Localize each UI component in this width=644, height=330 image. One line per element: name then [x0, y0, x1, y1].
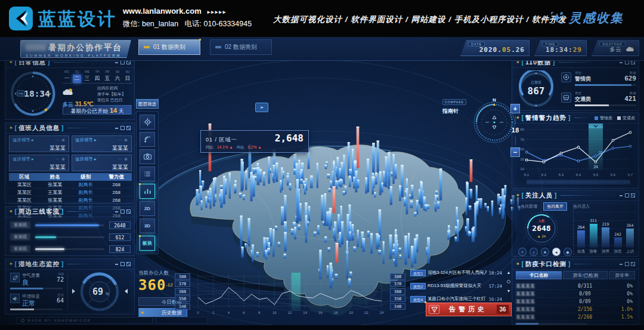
date-month: 05: [502, 46, 511, 54]
tab-data-category-1[interactable]: 01 数据类别: [138, 39, 200, 55]
signal-layer-icon[interactable]: [140, 132, 155, 147]
alert-tag: 类型1: [410, 270, 426, 276]
window-icon[interactable]: [625, 262, 629, 266]
svg-text:22: 22: [364, 311, 369, 314]
alert-item[interactable]: 类型2RD13-53烟感报警疑似火灾17:24: [410, 282, 502, 290]
table-row: 某某区王某某副局长268: [9, 189, 132, 196]
compass-label-cn: 指南针: [442, 107, 466, 115]
legend-item: 警情类: [595, 115, 612, 121]
window-icon[interactable]: [120, 60, 125, 64]
expand-icon[interactable]: [126, 60, 131, 64]
star-icon[interactable]: ★: [541, 248, 549, 256]
expand-icon[interactable]: [631, 262, 635, 266]
scrollbar-track[interactable]: [516, 323, 587, 325]
window-icon[interactable]: [625, 193, 629, 198]
header-dots: · · · · ·: [596, 194, 617, 198]
minimize-icon[interactable]: [114, 262, 119, 266]
music-icon[interactable]: ♪: [530, 248, 538, 256]
window-icon[interactable]: [120, 209, 125, 214]
tab-data-category-2[interactable]: 02 数据类别: [210, 39, 272, 55]
focus-circle-label: 人数: [538, 219, 546, 223]
focus-tab-1[interactable]: 当日新增: [517, 202, 541, 211]
expand-icon[interactable]: [126, 209, 131, 214]
card-more-icon[interactable]: ⋯ ⊗: [55, 157, 66, 162]
minimize-icon[interactable]: [619, 262, 623, 266]
noise-value: 正常: [22, 299, 35, 308]
tooltip-title: 01 / 区域一: [206, 136, 237, 144]
expand-icon[interactable]: [126, 262, 131, 266]
map-marker-icon[interactable]: ➣: [255, 103, 268, 112]
card-more-icon[interactable]: ⋯ ⊗: [117, 157, 128, 162]
flow-bar-track: [35, 224, 104, 226]
location-layer-icon[interactable]: [140, 115, 155, 129]
alert-history-banner[interactable]: 告警历史 36: [426, 303, 512, 316]
checkpoint-col-header[interactable]: 异常率: [609, 271, 635, 279]
diamond-icon[interactable]: ◆: [564, 248, 572, 256]
layer-button-2d[interactable]: 2D: [140, 201, 155, 216]
camera-layer-icon[interactable]: [140, 149, 155, 164]
dot-icon[interactable]: ●: [552, 248, 561, 256]
weekday-cell: WE三: [83, 70, 91, 83]
minimize-icon[interactable]: [114, 60, 119, 64]
focus-tab-2[interactable]: 当日离开: [543, 202, 567, 211]
svg-text:5.5: 5.5: [593, 173, 599, 177]
card-more-icon[interactable]: ⋯ ⊗: [117, 138, 128, 143]
barchart-layer-icon[interactable]: [140, 184, 155, 199]
site-url: www.lanlanwork.com: [123, 7, 202, 16]
tooltip-value: 2,648: [275, 132, 304, 144]
card-more-icon[interactable]: ⋯ ⊗: [55, 138, 66, 143]
checkpoint-col-header[interactable]: 卡口名称: [516, 271, 562, 279]
checkpoint-col-header[interactable]: 异常/已检测: [563, 271, 608, 279]
scrollbar-thumb[interactable]: [516, 323, 538, 325]
duty-cell: 某某区: [9, 189, 40, 196]
header-dots: · · · · ·: [92, 127, 113, 130]
expand-icon[interactable]: [631, 60, 635, 64]
scroll-down-icon[interactable]: ▼: [507, 289, 511, 293]
duty-role-label: 值班领导 ▸: [13, 156, 34, 162]
zoom-in-button[interactable]: +: [510, 104, 520, 113]
svg-text:30: 30: [520, 158, 524, 161]
scroll-up-icon[interactable]: ▲: [507, 270, 511, 275]
list-layer-icon[interactable]: [140, 166, 155, 181]
expand-icon[interactable]: [631, 193, 635, 198]
panel-110-data: ✶[ 110数据 ] · · · · · 总警情 867 类型警情类数量629类…: [512, 57, 639, 111]
window-icon[interactable]: [120, 262, 125, 266]
focus-bar-label: 在逃: [577, 249, 585, 254]
window-icon[interactable]: [120, 126, 125, 130]
focus-bar-label: 涉黑: [602, 249, 609, 254]
svg-text:5.1: 5.1: [524, 173, 530, 177]
focus-count-gauge: 人数 2648 ▲ 24: [523, 210, 560, 247]
gauge-right-arrow[interactable]: [125, 289, 128, 294]
alert-item[interactable]: 类型1湿地3-104片区有不明人员闯入18:24: [410, 269, 502, 277]
minimize-icon[interactable]: [619, 193, 623, 198]
panel-focus-header: ✶[ 关注人员 ] · · · · ·: [512, 190, 639, 201]
focus-bar-value: 264: [626, 223, 634, 228]
table-row: 某某某某0/3110%: [516, 282, 635, 290]
minimize-icon[interactable]: [114, 209, 119, 214]
zoom-out-button[interactable]: −: [510, 147, 520, 157]
svg-text:14: 14: [303, 311, 307, 314]
lunar-line: 闰四月初四: [97, 85, 134, 91]
alert-time: 18:24: [488, 270, 502, 276]
layer-button-板块[interactable]: 板块: [140, 236, 155, 251]
checkpoint-detected: 0/89: [562, 290, 608, 297]
layer-button-3d[interactable]: 3D: [140, 218, 155, 233]
gauge-left-arrow[interactable]: [72, 289, 75, 294]
duty-role-label: 值班领导 ▸: [13, 137, 34, 143]
flow-value: 612: [109, 233, 131, 241]
legend-swatch: [617, 116, 621, 120]
plus-icon[interactable]: +: [518, 248, 527, 256]
bracket: ]: [61, 125, 63, 131]
minimize-icon[interactable]: [114, 126, 119, 130]
compass-label-en: COMPASS: [442, 99, 466, 105]
svg-text:90: 90: [520, 128, 524, 131]
scroll-dot-icon[interactable]: [507, 280, 510, 283]
expand-icon[interactable]: [126, 126, 131, 130]
minimize-icon[interactable]: [619, 60, 623, 64]
window-icon[interactable]: [625, 60, 629, 64]
compass-widget: COMPASS 指南针 N: [442, 95, 520, 147]
focus-bar-chart: 264在逃311涉毒219涉黑242涉恐264上访: [573, 203, 636, 255]
duty-cell: 王某某: [40, 189, 71, 196]
weekday-en: TU: [73, 70, 81, 73]
duty-card-top: 值班领导 ▸⋯ ⊗: [13, 137, 66, 143]
